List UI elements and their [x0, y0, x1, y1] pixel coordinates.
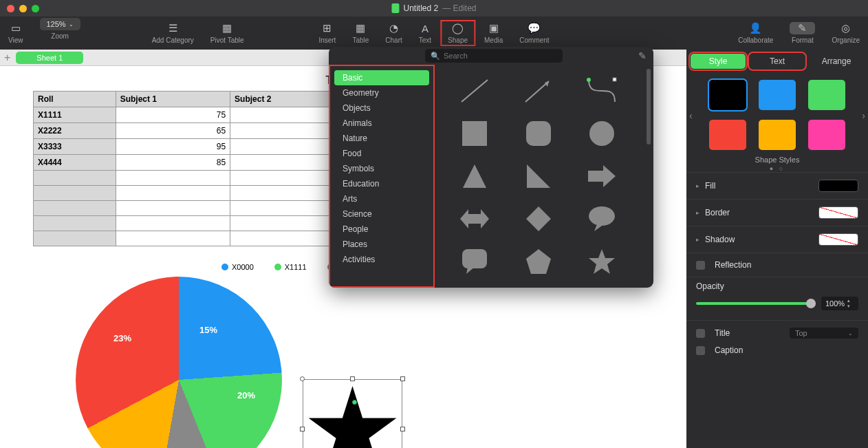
- cell[interactable]: 75: [116, 107, 230, 123]
- shape-speech-bubble[interactable]: [583, 202, 621, 235]
- reflection-row[interactable]: Reflection: [686, 253, 868, 277]
- category-item[interactable]: Basic: [334, 70, 429, 85]
- border-row[interactable]: ▸ Border: [686, 199, 868, 226]
- table-button[interactable]: ▦Table: [344, 19, 377, 47]
- window-minimize[interactable]: [19, 5, 27, 12]
- shape-callout-square[interactable]: [455, 245, 494, 278]
- cell[interactable]: [116, 231, 230, 246]
- shape-rounded-square[interactable]: [519, 117, 558, 150]
- column-header[interactable]: Subject 2: [230, 92, 345, 107]
- cell[interactable]: [34, 186, 116, 201]
- cell[interactable]: [116, 216, 230, 231]
- collaborate-button[interactable]: 👤Collaborate: [730, 19, 781, 47]
- cell[interactable]: [34, 216, 116, 231]
- reflection-checkbox[interactable]: [696, 261, 705, 270]
- style-swatch[interactable]: [808, 80, 845, 110]
- resize-handle[interactable]: [400, 376, 405, 381]
- cell[interactable]: [230, 201, 345, 216]
- fill-swatch[interactable]: [818, 180, 858, 192]
- cell[interactable]: X3333: [34, 139, 116, 155]
- category-item[interactable]: Science: [334, 206, 429, 222]
- pivot-table-button[interactable]: ▦ Pivot Table: [202, 17, 252, 50]
- category-item[interactable]: Animals: [334, 116, 429, 131]
- shape-arrow-both[interactable]: [455, 202, 494, 235]
- shape-star[interactable]: [583, 245, 621, 278]
- comment-button[interactable]: 💬Comment: [511, 19, 557, 47]
- cell[interactable]: [230, 171, 345, 186]
- window-close[interactable]: [7, 5, 14, 12]
- category-item[interactable]: Nature: [334, 131, 429, 146]
- cell[interactable]: [116, 171, 230, 186]
- title-position-select[interactable]: Top⌄: [790, 328, 858, 339]
- shape-arrow-right[interactable]: [583, 160, 621, 193]
- scrollbar[interactable]: [647, 69, 651, 145]
- resize-handle[interactable]: [300, 427, 305, 431]
- add-category-button[interactable]: ☰ Add Category: [144, 17, 202, 50]
- rotate-handle[interactable]: [352, 400, 357, 405]
- cell[interactable]: 85: [230, 107, 345, 123]
- style-swatch[interactable]: [759, 120, 796, 150]
- cell[interactable]: 45: [230, 139, 345, 155]
- style-swatch[interactable]: [808, 120, 845, 150]
- cell[interactable]: [34, 231, 116, 246]
- title-checkbox[interactable]: [696, 329, 705, 338]
- title-row[interactable]: Title Top⌄: [686, 320, 868, 345]
- media-button[interactable]: ▣Media: [476, 19, 511, 47]
- cell[interactable]: [34, 171, 116, 186]
- category-item[interactable]: People: [334, 222, 429, 237]
- cell[interactable]: 85: [116, 155, 230, 171]
- fill-row[interactable]: ▸ Fill: [686, 172, 868, 199]
- category-item[interactable]: Symbols: [334, 161, 429, 176]
- column-header[interactable]: Roll: [34, 92, 116, 107]
- cell[interactable]: 95: [116, 139, 230, 155]
- format-button[interactable]: ✎Format: [781, 19, 823, 47]
- category-item[interactable]: Objects: [334, 100, 429, 116]
- pager-right[interactable]: ›: [862, 110, 865, 121]
- shape-right-triangle[interactable]: [519, 160, 558, 193]
- opacity-slider[interactable]: [696, 302, 816, 305]
- shape-square[interactable]: [455, 117, 494, 150]
- column-header[interactable]: Subject 1: [116, 92, 230, 107]
- sheet-tab[interactable]: Sheet 1: [16, 52, 83, 64]
- cell[interactable]: [116, 186, 230, 201]
- shadow-row[interactable]: ▸ Shadow: [686, 226, 868, 253]
- category-item[interactable]: Places: [334, 237, 429, 252]
- cell[interactable]: 56: [230, 123, 345, 139]
- organize-button[interactable]: ◎Organize: [823, 19, 868, 47]
- shape-curve[interactable]: [583, 74, 621, 107]
- cell[interactable]: [230, 186, 345, 201]
- opacity-value[interactable]: 100%▴▾: [821, 297, 858, 310]
- text-button[interactable]: AText: [411, 19, 440, 47]
- pie-chart[interactable]: 15% 20% 23%: [76, 277, 282, 448]
- add-sheet-button[interactable]: +: [4, 52, 10, 64]
- cell[interactable]: X1111: [34, 107, 116, 123]
- shape-search-input[interactable]: 🔍 Search: [425, 49, 563, 63]
- cell[interactable]: 92: [230, 155, 345, 171]
- caption-row[interactable]: Caption: [686, 345, 868, 362]
- category-item[interactable]: Arts: [334, 191, 429, 206]
- slider-thumb[interactable]: [806, 299, 816, 308]
- tab-style[interactable]: Style: [691, 54, 746, 69]
- category-item[interactable]: Geometry: [334, 85, 429, 100]
- shape-button[interactable]: ◯Shape: [440, 19, 476, 47]
- zoom-button[interactable]: 125%⌄ Zoom: [32, 17, 89, 50]
- insert-button[interactable]: ⊞Insert: [310, 19, 344, 47]
- caption-checkbox[interactable]: [696, 346, 705, 355]
- category-item[interactable]: Food: [334, 146, 429, 161]
- cell[interactable]: X4444: [34, 155, 116, 171]
- resize-handle[interactable]: [400, 427, 405, 431]
- shape-circle[interactable]: [583, 117, 621, 150]
- style-swatch[interactable]: [759, 80, 796, 110]
- selected-star-shape[interactable]: [303, 379, 402, 448]
- cell[interactable]: [230, 216, 345, 231]
- cell[interactable]: X2222: [34, 123, 116, 139]
- resize-handle[interactable]: [300, 376, 305, 381]
- shape-line[interactable]: [455, 74, 494, 107]
- tab-arrange[interactable]: Arrange: [809, 54, 864, 69]
- category-item[interactable]: Activities: [334, 252, 429, 267]
- shape-pentagon[interactable]: [519, 245, 558, 278]
- tab-text[interactable]: Text: [750, 54, 805, 69]
- cell[interactable]: 65: [116, 123, 230, 139]
- category-item[interactable]: Education: [334, 176, 429, 191]
- cell[interactable]: [34, 201, 116, 216]
